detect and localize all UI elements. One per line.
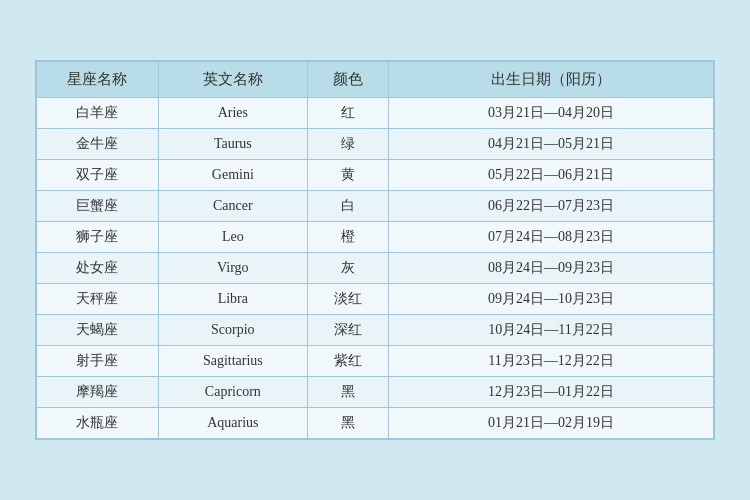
zodiac-table-container: 星座名称 英文名称 颜色 出生日期（阳历） 白羊座Aries红03月21日—04… xyxy=(35,60,715,440)
cell-date: 03月21日—04月20日 xyxy=(389,98,714,129)
cell-en: Gemini xyxy=(158,160,307,191)
table-row: 金牛座Taurus绿04月21日—05月21日 xyxy=(37,129,714,160)
table-header-row: 星座名称 英文名称 颜色 出生日期（阳历） xyxy=(37,62,714,98)
cell-zh: 双子座 xyxy=(37,160,159,191)
cell-en: Leo xyxy=(158,222,307,253)
cell-zh: 白羊座 xyxy=(37,98,159,129)
cell-en: Cancer xyxy=(158,191,307,222)
table-row: 双子座Gemini黄05月22日—06月21日 xyxy=(37,160,714,191)
cell-zh: 摩羯座 xyxy=(37,377,159,408)
table-row: 巨蟹座Cancer白06月22日—07月23日 xyxy=(37,191,714,222)
cell-color: 灰 xyxy=(307,253,388,284)
cell-color: 黑 xyxy=(307,377,388,408)
cell-en: Scorpio xyxy=(158,315,307,346)
cell-zh: 水瓶座 xyxy=(37,408,159,439)
cell-date: 07月24日—08月23日 xyxy=(389,222,714,253)
cell-zh: 天蝎座 xyxy=(37,315,159,346)
cell-date: 10月24日—11月22日 xyxy=(389,315,714,346)
table-row: 白羊座Aries红03月21日—04月20日 xyxy=(37,98,714,129)
header-zh: 星座名称 xyxy=(37,62,159,98)
cell-date: 04月21日—05月21日 xyxy=(389,129,714,160)
cell-en: Libra xyxy=(158,284,307,315)
cell-zh: 巨蟹座 xyxy=(37,191,159,222)
cell-color: 深红 xyxy=(307,315,388,346)
table-row: 天秤座Libra淡红09月24日—10月23日 xyxy=(37,284,714,315)
header-color: 颜色 xyxy=(307,62,388,98)
cell-color: 黑 xyxy=(307,408,388,439)
header-en: 英文名称 xyxy=(158,62,307,98)
cell-date: 01月21日—02月19日 xyxy=(389,408,714,439)
table-row: 天蝎座Scorpio深红10月24日—11月22日 xyxy=(37,315,714,346)
header-date: 出生日期（阳历） xyxy=(389,62,714,98)
cell-date: 06月22日—07月23日 xyxy=(389,191,714,222)
cell-zh: 狮子座 xyxy=(37,222,159,253)
cell-en: Virgo xyxy=(158,253,307,284)
cell-zh: 天秤座 xyxy=(37,284,159,315)
cell-color: 红 xyxy=(307,98,388,129)
cell-color: 淡红 xyxy=(307,284,388,315)
cell-color: 紫红 xyxy=(307,346,388,377)
cell-color: 橙 xyxy=(307,222,388,253)
cell-zh: 处女座 xyxy=(37,253,159,284)
cell-date: 09月24日—10月23日 xyxy=(389,284,714,315)
cell-date: 12月23日—01月22日 xyxy=(389,377,714,408)
cell-date: 08月24日—09月23日 xyxy=(389,253,714,284)
cell-date: 05月22日—06月21日 xyxy=(389,160,714,191)
cell-color: 白 xyxy=(307,191,388,222)
cell-zh: 射手座 xyxy=(37,346,159,377)
cell-en: Aquarius xyxy=(158,408,307,439)
table-row: 水瓶座Aquarius黑01月21日—02月19日 xyxy=(37,408,714,439)
cell-en: Aries xyxy=(158,98,307,129)
cell-color: 绿 xyxy=(307,129,388,160)
table-row: 射手座Sagittarius紫红11月23日—12月22日 xyxy=(37,346,714,377)
table-row: 摩羯座Capricorn黑12月23日—01月22日 xyxy=(37,377,714,408)
table-row: 狮子座Leo橙07月24日—08月23日 xyxy=(37,222,714,253)
cell-en: Sagittarius xyxy=(158,346,307,377)
zodiac-table: 星座名称 英文名称 颜色 出生日期（阳历） 白羊座Aries红03月21日—04… xyxy=(36,61,714,439)
table-row: 处女座Virgo灰08月24日—09月23日 xyxy=(37,253,714,284)
table-body: 白羊座Aries红03月21日—04月20日金牛座Taurus绿04月21日—0… xyxy=(37,98,714,439)
cell-en: Taurus xyxy=(158,129,307,160)
cell-zh: 金牛座 xyxy=(37,129,159,160)
cell-color: 黄 xyxy=(307,160,388,191)
cell-date: 11月23日—12月22日 xyxy=(389,346,714,377)
cell-en: Capricorn xyxy=(158,377,307,408)
